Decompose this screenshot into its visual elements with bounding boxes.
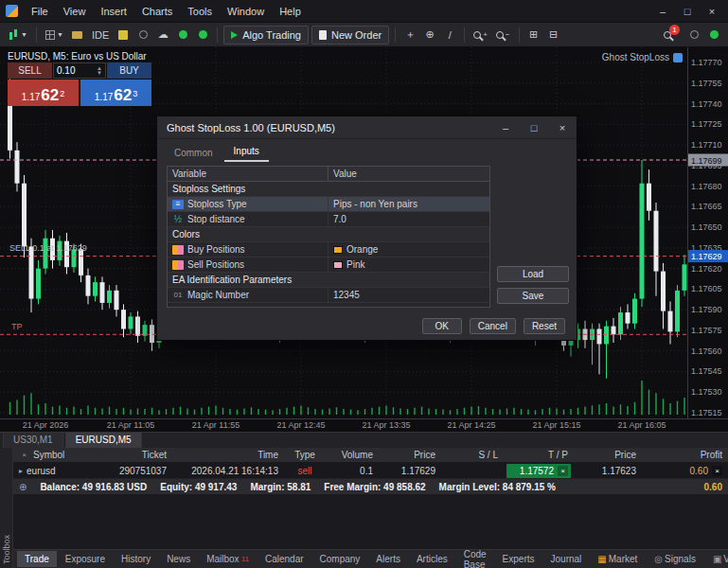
community-button[interactable] xyxy=(134,26,151,44)
cancel-button[interactable]: Cancel xyxy=(470,318,516,334)
column-ticket[interactable]: Ticket xyxy=(97,450,172,460)
dialog-close-button[interactable]: × xyxy=(548,116,577,138)
crosshair-button[interactable]: ⊕ xyxy=(421,26,438,44)
volume-stepper[interactable]: 0.10 ▲ ▼ xyxy=(53,62,106,79)
profiles-button[interactable] xyxy=(69,26,86,44)
tab-articles[interactable]: Articles xyxy=(409,551,455,567)
new-order-button[interactable]: New Order xyxy=(311,26,389,44)
remove-tp-button[interactable]: × xyxy=(558,466,568,476)
column-price[interactable]: Price xyxy=(379,450,441,460)
column-sl[interactable]: S / L xyxy=(441,450,504,460)
mql5-status-button[interactable] xyxy=(174,26,191,44)
account-summary-row[interactable]: ⊕ Balance: 49 916.83 USD Equity: 49 917.… xyxy=(13,479,728,495)
menu-charts[interactable]: Charts xyxy=(134,3,180,20)
metaeditor-button[interactable] xyxy=(115,26,132,44)
column-variable[interactable]: Variable xyxy=(168,167,328,181)
reset-button[interactable]: Reset xyxy=(524,318,565,334)
zoom-out-button[interactable]: − xyxy=(493,26,513,44)
volume-spin-buttons[interactable]: ▲ ▼ xyxy=(97,66,102,76)
trendline-button[interactable]: / xyxy=(441,26,458,44)
param-value-magic-number[interactable]: 12345 xyxy=(328,288,489,302)
tab-news[interactable]: News xyxy=(159,551,198,567)
tab-journal[interactable]: Journal xyxy=(543,551,590,567)
param-value-sell-color[interactable]: Pink xyxy=(328,257,489,272)
dialog-minimize-button[interactable]: – xyxy=(491,116,520,138)
column-type[interactable]: Type xyxy=(284,450,326,460)
menu-view[interactable]: View xyxy=(56,3,94,20)
menu-help[interactable]: Help xyxy=(272,3,309,20)
tab-history[interactable]: History xyxy=(114,551,158,567)
load-button[interactable]: Load xyxy=(497,266,569,282)
column-symbol[interactable]: Symbol xyxy=(33,450,64,460)
close-position-button[interactable]: × xyxy=(712,466,722,476)
connection-status-button[interactable] xyxy=(705,26,722,44)
chart-tab-us30[interactable]: US30,M1 xyxy=(3,432,63,448)
account-button[interactable] xyxy=(685,26,702,44)
new-chart-button[interactable]: ▼ xyxy=(43,26,66,44)
dialog-title-bar[interactable]: Ghost StopLoss 1.00 (EURUSD,M5) – □ × xyxy=(157,116,577,139)
tab-vps[interactable]: ▣ VPS xyxy=(705,551,728,567)
toolbox-vertical-label[interactable]: Toolbox xyxy=(2,535,11,564)
tile-windows-button[interactable]: ⊞ xyxy=(525,26,542,44)
param-value-stoploss-type[interactable]: Pips - non Yen pairs xyxy=(328,197,489,211)
column-volume[interactable]: Volume xyxy=(326,450,379,460)
maximize-button[interactable]: □ xyxy=(675,4,700,19)
arrange-windows-button[interactable]: ⊟ xyxy=(545,26,562,44)
tab-codebase[interactable]: Code Base xyxy=(456,546,494,568)
save-button[interactable]: Save xyxy=(497,288,569,304)
ide-button[interactable]: IDE xyxy=(89,26,112,44)
param-value-buy-color[interactable]: Orange xyxy=(328,242,489,257)
tab-market[interactable]: ▦ Market xyxy=(590,551,645,567)
column-time[interactable]: Time xyxy=(172,450,284,460)
buy-price-button[interactable]: 1.17 62 3 xyxy=(80,80,151,106)
tab-alerts[interactable]: Alerts xyxy=(368,551,408,567)
param-row-sell-positions[interactable]: Sell Positions Pink xyxy=(168,257,489,273)
column-tp[interactable]: T / P xyxy=(504,450,574,460)
column-profit[interactable]: Profit xyxy=(642,450,728,460)
tab-common[interactable]: Common xyxy=(165,145,222,162)
chart-tab-eurusd[interactable]: EURUSD,M5 xyxy=(65,432,142,448)
tab-mailbox[interactable]: Mailbox 11 xyxy=(199,551,257,567)
cursor-button[interactable]: ＋ xyxy=(401,26,418,44)
buy-button[interactable]: BUY xyxy=(107,62,151,79)
param-row-buy-positions[interactable]: Buy Positions Orange xyxy=(168,242,489,257)
position-time: 2026.04.21 16:14:13 xyxy=(172,466,284,476)
expert-advisor-icon[interactable] xyxy=(673,53,683,62)
column-value[interactable]: Value xyxy=(328,169,489,179)
param-value-stop-distance[interactable]: 7.0 xyxy=(328,212,489,226)
minimize-button[interactable]: – xyxy=(650,4,675,19)
menu-window[interactable]: Window xyxy=(220,3,272,20)
algo-trading-button[interactable]: Algo Trading xyxy=(223,26,309,44)
caret-down-icon[interactable]: ▼ xyxy=(97,71,102,76)
close-button[interactable]: × xyxy=(700,4,724,19)
param-row-magic-number[interactable]: 01 Magic Number 12345 xyxy=(168,288,489,303)
menu-file[interactable]: File xyxy=(24,3,56,20)
sell-button[interactable]: SELL xyxy=(8,62,52,79)
close-toolbox-icon[interactable]: × xyxy=(19,450,29,460)
ok-button[interactable]: OK xyxy=(422,318,462,334)
vps-status-button[interactable] xyxy=(194,26,211,44)
dialog-maximize-button[interactable]: □ xyxy=(520,116,548,138)
tab-calendar[interactable]: Calendar xyxy=(257,551,311,567)
zoom-in-button[interactable]: + xyxy=(471,26,490,44)
tab-signals[interactable]: ◎ Signals xyxy=(647,551,703,567)
tab-trade[interactable]: Trade xyxy=(17,551,57,567)
expand-icon[interactable]: ⊕ xyxy=(19,482,27,492)
column-current-price[interactable]: Price xyxy=(574,450,642,460)
menu-tools[interactable]: Tools xyxy=(180,3,220,20)
tab-experts[interactable]: Experts xyxy=(495,551,542,567)
cloud-button[interactable]: ☁ xyxy=(154,26,171,44)
param-row-stoploss-type[interactable]: ≡ Stoploss Type Pips - non Yen pairs xyxy=(168,197,489,212)
chart-type-button[interactable]: ▼ xyxy=(6,26,30,44)
sell-price-button[interactable]: 1.17 62 2 xyxy=(8,80,79,106)
menu-insert[interactable]: Insert xyxy=(93,3,134,20)
chevron-icon[interactable]: ▸ xyxy=(19,467,23,475)
tab-exposure[interactable]: Exposure xyxy=(58,551,113,567)
position-tp[interactable]: 1.17572 × xyxy=(506,464,571,478)
search-button[interactable]: 1 xyxy=(661,26,683,44)
position-row[interactable]: ▸ eurusd 290751037 2026.04.21 16:14:13 s… xyxy=(13,463,728,479)
param-row-stop-distance[interactable]: ½ Stop distance 7.0 xyxy=(168,212,489,227)
tab-inputs[interactable]: Inputs xyxy=(224,143,269,162)
toolbox-side-strip: Toolbox xyxy=(0,448,13,568)
tab-company[interactable]: Company xyxy=(312,551,368,567)
